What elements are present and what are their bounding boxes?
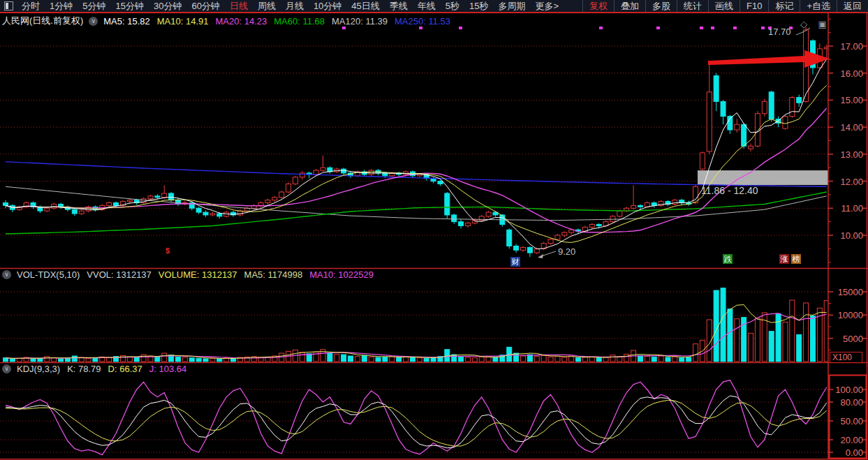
menu-item-季线[interactable]: 季线 — [385, 0, 413, 13]
menu-button-F10[interactable]: F10 — [740, 0, 768, 12]
svg-text:13.00: 13.00 — [840, 149, 863, 160]
up-rank-badge[interactable]: 涨 — [779, 254, 789, 264]
collapse-kdj-icon[interactable]: ∨ — [2, 364, 11, 373]
menu-button-叠加[interactable]: 叠加 — [614, 0, 645, 12]
ma-readouts: MA5: 15.82MA10: 14.91MA20: 14.23MA60: 11… — [103, 16, 450, 27]
menu-button-复权[interactable]: 复权 — [582, 0, 614, 12]
svg-text:11.00: 11.00 — [841, 203, 863, 214]
svg-text:50.00: 50.00 — [840, 416, 863, 426]
svg-text:5000: 5000 — [843, 334, 863, 344]
board-rank-badge[interactable]: 榜 — [791, 254, 801, 264]
collapse-volume-icon[interactable]: ∨ — [2, 270, 11, 279]
readout: MA5: 1174998 — [244, 269, 303, 280]
chart-canvas[interactable]: 17.0016.0015.0014.0013.0012.0011.0010.00… — [0, 0, 868, 460]
volume-pane-header: ∨ VOL-TDX(5,10)VVOL: 1312137VOLUME: 1312… — [2, 269, 374, 280]
kdj-readouts: KDJ(9,3,3)K: 78.79D: 66.37J: 103.64 — [17, 364, 186, 374]
svg-text:16.00: 16.00 — [840, 68, 863, 79]
readout: MA10: 14.91 — [157, 16, 209, 27]
svg-text:0.00: 0.00 — [846, 447, 863, 458]
menu-item-分时[interactable]: 分时 — [17, 0, 45, 13]
svg-text:12.00: 12.00 — [840, 177, 863, 187]
readout: VOLUME: 1312137 — [159, 269, 237, 280]
readout: VOL-TDX(5,10) — [17, 269, 80, 280]
menubar-right: 复权叠加多股统计画线F10标记+自选返回 — [582, 0, 868, 12]
window-icon[interactable] — [4, 1, 13, 10]
menu-item-5秒[interactable]: 5秒 — [441, 0, 464, 13]
cash-marker: $ — [163, 246, 172, 255]
svg-text:10000: 10000 — [838, 310, 863, 320]
menu-item-30分钟[interactable]: 30分钟 — [149, 0, 186, 13]
high-price-annotation: 17.70 — [768, 27, 791, 37]
collapse-main-icon[interactable]: ∨ — [89, 17, 98, 26]
menu-item-年线[interactable]: 年线 — [413, 0, 441, 13]
readout: KDJ(9,3,3) — [17, 364, 60, 374]
menu-button-+自选[interactable]: +自选 — [800, 0, 837, 12]
menu-item-周线[interactable]: 周线 — [253, 0, 281, 13]
menu-button-返回[interactable]: 返回 — [837, 0, 868, 12]
readout: VVOL: 1312137 — [87, 269, 152, 280]
svg-text:17.00: 17.00 — [840, 41, 863, 52]
menu-item-15分钟[interactable]: 15分钟 — [110, 0, 148, 13]
menu-item-月线[interactable]: 月线 — [281, 0, 309, 13]
svg-text:15.00: 15.00 — [840, 95, 863, 105]
menu-button-画线[interactable]: 画线 — [708, 0, 740, 12]
menu-item-15秒[interactable]: 15秒 — [464, 0, 493, 13]
volume-readouts: VOL-TDX(5,10)VVOL: 1312137VOLUME: 131213… — [17, 269, 374, 280]
readout: J: 103.64 — [149, 364, 187, 374]
menu-item-60分钟[interactable]: 60分钟 — [186, 0, 224, 13]
svg-text:80.00: 80.00 — [840, 397, 863, 408]
readout: MA60: 11.68 — [274, 16, 325, 27]
readout: MA120: 11.39 — [332, 16, 388, 27]
down-rank-badge[interactable]: 跌 — [723, 254, 733, 264]
stock-title: 人民网(日线.前复权) — [2, 15, 83, 27]
readout: MA250: 11.53 — [395, 16, 450, 27]
menu-item-多周期[interactable]: 多周期 — [494, 0, 531, 13]
readout: MA10: 1022529 — [309, 269, 374, 280]
volume-unit-box: X100 — [830, 352, 862, 363]
svg-text:15000: 15000 — [838, 287, 863, 297]
chart-corner-icons[interactable]: ◇ ▣ — [800, 19, 831, 29]
trading-terminal: { "menubar": { "left_items": [ {"label":… — [0, 0, 868, 460]
menu-item-日线[interactable]: 日线 — [225, 0, 253, 13]
svg-text:20.00: 20.00 — [840, 435, 863, 445]
finance-badge[interactable]: 财 — [510, 257, 520, 267]
menu-item-1分钟[interactable]: 1分钟 — [45, 0, 78, 13]
menu-item-5分钟[interactable]: 5分钟 — [78, 0, 110, 13]
svg-text:100.00: 100.00 — [835, 385, 863, 395]
menu-button-多股[interactable]: 多股 — [645, 0, 677, 12]
svg-text:10.00: 10.00 — [840, 230, 863, 241]
menubar-left: 分时1分钟5分钟15分钟30分钟60分钟日线周线月线10分钟45日线季线年线5秒… — [0, 0, 564, 13]
gap-range-annotation: 11.86 - 12.40 — [701, 185, 758, 196]
low-price-annotation: 9.20 — [558, 246, 575, 257]
menu-item-10分钟[interactable]: 10分钟 — [309, 0, 346, 13]
menu-button-标记[interactable]: 标记 — [768, 0, 800, 12]
readout: K: 78.79 — [67, 364, 101, 374]
menu-button-统计[interactable]: 统计 — [677, 0, 708, 12]
readout: MA20: 14.23 — [216, 16, 267, 27]
kdj-pane-header: ∨ KDJ(9,3,3)K: 78.79D: 66.37J: 103.64 — [2, 364, 186, 374]
svg-text:14.00: 14.00 — [840, 122, 863, 133]
readout: D: 66.37 — [108, 364, 142, 374]
menubar: 分时1分钟5分钟15分钟30分钟60分钟日线周线月线10分钟45日线季线年线5秒… — [0, 0, 868, 13]
menu-item-更多>[interactable]: 更多> — [531, 0, 564, 13]
menu-item-45日线[interactable]: 45日线 — [346, 0, 384, 13]
main-pane-header: 人民网(日线.前复权) ∨ MA5: 15.82MA10: 14.91MA20:… — [2, 15, 450, 27]
readout: MA5: 15.82 — [103, 16, 150, 27]
